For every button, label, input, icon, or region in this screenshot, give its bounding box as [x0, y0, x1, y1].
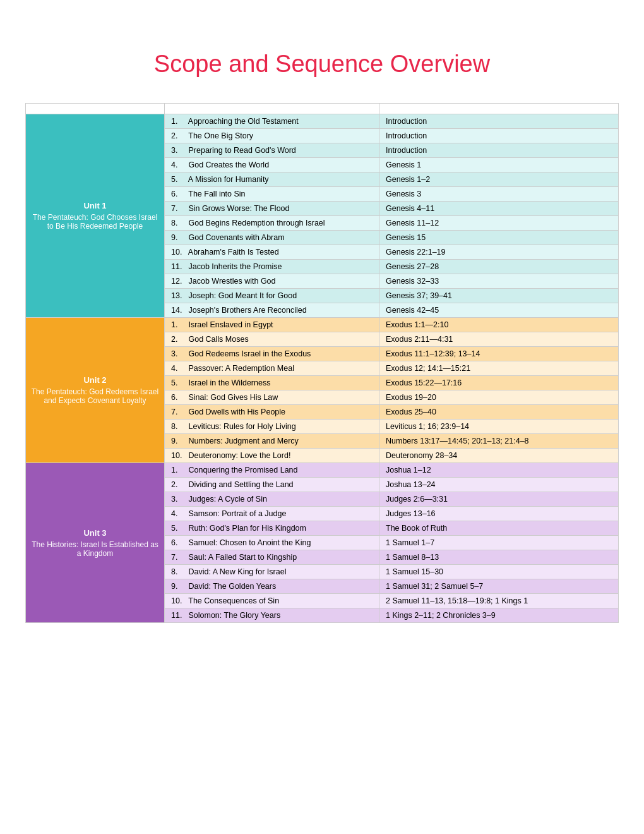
lesson-number: 9. — [171, 233, 186, 242]
reference-cell: Genesis 42–45 — [379, 303, 619, 318]
table-container: Unit 1The Pentateuch: God Chooses Israel… — [25, 103, 619, 623]
reference-cell: Genesis 1 — [379, 158, 619, 172]
reference-cell: 1 Samuel 31; 2 Samuel 5–7 — [379, 579, 619, 594]
scope-sequence-table: Unit 1The Pentateuch: God Chooses Israel… — [25, 103, 619, 623]
reference-cell: Genesis 32–33 — [379, 274, 619, 289]
reference-cell: Genesis 27–28 — [379, 260, 619, 274]
lesson-text: God Begins Redemption through Israel — [188, 219, 325, 227]
reference-cell: Genesis 1–2 — [379, 172, 619, 187]
lesson-text: Conquering the Promised Land — [188, 466, 297, 474]
lesson-number: 4. — [171, 160, 186, 169]
unit-cell-1: Unit 1The Pentateuch: God Chooses Israel… — [26, 114, 165, 318]
reference-cell: Genesis 4–11 — [379, 202, 619, 216]
lesson-number: 2. — [171, 131, 186, 140]
lesson-number: 2. — [171, 335, 186, 344]
reference-cell: 1 Samuel 15–30 — [379, 565, 619, 579]
reference-cell: Joshua 13–24 — [379, 478, 619, 492]
lesson-cell: 10. The Consequences of Sin — [165, 594, 379, 608]
lesson-number: 11. — [171, 262, 186, 271]
lesson-cell: 2. The One Big Story — [165, 129, 379, 143]
lesson-cell: 1. Israel Enslaved in Egypt — [165, 318, 379, 332]
table-row: Unit 3The Histories: Israel Is Establish… — [26, 463, 619, 478]
lesson-cell: 9. God Covenants with Abram — [165, 231, 379, 245]
reference-cell: Exodus 19–20 — [379, 390, 619, 405]
table-header-row — [26, 104, 619, 114]
lesson-text: Passover: A Redemption Meal — [188, 364, 294, 373]
lesson-cell: 14. Joseph's Brothers Are Reconciled — [165, 303, 379, 318]
lesson-text: The One Big Story — [188, 131, 253, 140]
lesson-text: God Dwells with His People — [188, 408, 285, 416]
lesson-cell: 8. David: A New King for Israel — [165, 565, 379, 579]
reference-cell: Exodus 25–40 — [379, 405, 619, 420]
lesson-cell: 8. God Begins Redemption through Israel — [165, 216, 379, 231]
reference-cell: 1 Samuel 8–13 — [379, 550, 619, 565]
lesson-text: Jacob Inherits the Promise — [188, 262, 282, 271]
lesson-cell: 10. Abraham's Faith Is Tested — [165, 245, 379, 260]
table-row: Unit 2The Pentateuch: God Redeems Israel… — [26, 318, 619, 332]
lesson-cell: 3. God Redeems Israel in the Exodus — [165, 347, 379, 361]
lesson-cell: 2. Dividing and Settling the Land — [165, 478, 379, 492]
lesson-cell: 3. Preparing to Read God's Word — [165, 143, 379, 158]
lesson-cell: 7. God Dwells with His People — [165, 405, 379, 420]
reference-cell: The Book of Ruth — [379, 521, 619, 536]
lesson-text: Solomon: The Glory Years — [188, 611, 280, 620]
lesson-cell: 10. Deuteronomy: Love the Lord! — [165, 449, 379, 463]
unit-cell-3: Unit 3The Histories: Israel Is Establish… — [26, 463, 165, 623]
lesson-text: God Calls Moses — [188, 335, 248, 344]
lesson-cell: 8. Leviticus: Rules for Holy Living — [165, 420, 379, 434]
reference-cell: Exodus 2:11—4:31 — [379, 332, 619, 347]
lesson-text: Joseph: God Meant It for Good — [188, 291, 297, 300]
lesson-number: 4. — [171, 509, 186, 518]
lesson-number: 4. — [171, 364, 186, 373]
header-unit — [26, 104, 165, 114]
lesson-text: God Covenants with Abram — [188, 233, 284, 242]
lesson-cell: 9. Numbers: Judgment and Mercy — [165, 434, 379, 449]
lesson-cell: 13. Joseph: God Meant It for Good — [165, 289, 379, 303]
lesson-cell: 7. Saul: A Failed Start to Kingship — [165, 550, 379, 565]
lesson-text: God Creates the World — [188, 160, 269, 169]
reference-cell: Leviticus 1; 16; 23:9–14 — [379, 420, 619, 434]
lesson-text: Dividing and Settling the Land — [188, 480, 293, 489]
lesson-number: 1. — [171, 320, 186, 329]
lesson-cell: 4. Samson: Portrait of a Judge — [165, 507, 379, 521]
lesson-number: 8. — [171, 422, 186, 431]
lesson-number: 3. — [171, 495, 186, 504]
lesson-number: 3. — [171, 349, 186, 358]
reference-cell: Genesis 22:1–19 — [379, 245, 619, 260]
lesson-text: Sinai: God Gives His Law — [188, 393, 278, 402]
lesson-cell: 5. Israel in the Wilderness — [165, 376, 379, 390]
lesson-number: 5. — [171, 378, 186, 387]
reference-cell: Judges 13–16 — [379, 507, 619, 521]
header-lesson — [165, 104, 379, 114]
lesson-text: Ruth: God's Plan for His Kingdom — [188, 524, 306, 533]
lesson-cell: 6. Sinai: God Gives His Law — [165, 390, 379, 405]
reference-cell: Joshua 1–12 — [379, 463, 619, 478]
lesson-text: Abraham's Faith Is Tested — [188, 248, 279, 257]
page-title: Scope and Sequence Overview — [0, 51, 644, 78]
lesson-number: 1. — [171, 466, 186, 474]
lesson-text: Saul: A Failed Start to Kingship — [188, 553, 297, 562]
lesson-number: 14. — [171, 306, 186, 315]
reference-cell: Judges 2:6—3:31 — [379, 492, 619, 507]
lesson-text: Approaching the Old Testament — [188, 117, 299, 126]
lesson-text: Joseph's Brothers Are Reconciled — [188, 306, 306, 315]
lesson-cell: 1. Conquering the Promised Land — [165, 463, 379, 478]
lesson-number: 1. — [171, 117, 186, 126]
lesson-number: 8. — [171, 219, 186, 227]
lesson-number: 12. — [171, 277, 186, 286]
unit-label: Unit 3 — [31, 528, 159, 538]
reference-cell: Exodus 12; 14:1—15:21 — [379, 361, 619, 376]
lesson-cell: 11. Solomon: The Glory Years — [165, 608, 379, 623]
unit-subtitle: The Pentateuch: God Redeems Israel and E… — [31, 387, 159, 405]
reference-cell: Genesis 15 — [379, 231, 619, 245]
lesson-number: 6. — [171, 393, 186, 402]
lesson-cell: 12. Jacob Wrestles with God — [165, 274, 379, 289]
table-row: Unit 1The Pentateuch: God Chooses Israel… — [26, 114, 619, 129]
lesson-cell: 7. Sin Grows Worse: The Flood — [165, 202, 379, 216]
lesson-text: Sin Grows Worse: The Flood — [188, 204, 289, 213]
lesson-number: 7. — [171, 408, 186, 416]
reference-cell: Introduction — [379, 143, 619, 158]
lesson-text: Deuteronomy: Love the Lord! — [188, 451, 290, 460]
header-reference — [379, 104, 619, 114]
lesson-cell: 3. Judges: A Cycle of Sin — [165, 492, 379, 507]
